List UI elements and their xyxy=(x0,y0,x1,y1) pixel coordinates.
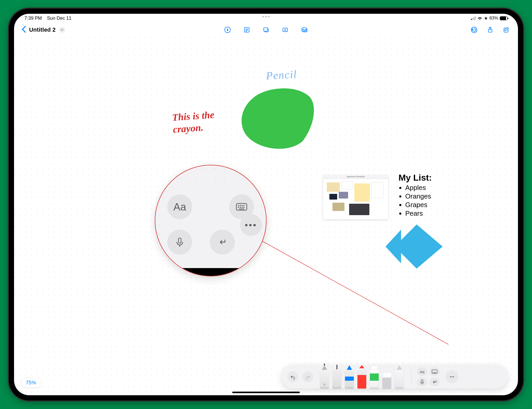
screen: 7:39 PM Sun Dec 11 ★ 83% Untitled 2 xyxy=(14,14,518,395)
handwriting-pencil-label[interactable]: Pencil xyxy=(266,68,297,82)
svg-rect-10 xyxy=(302,28,306,31)
minipad-return-button[interactable] xyxy=(429,378,440,386)
note-list: Apples Oranges Grapes Pears xyxy=(398,184,432,217)
svg-point-32 xyxy=(453,376,454,377)
embedded-thumbnail[interactable]: Japanese Breakfast xyxy=(323,175,388,219)
list-item: Oranges xyxy=(405,192,432,200)
svg-rect-21 xyxy=(238,207,239,208)
crayon-red-tool[interactable] xyxy=(357,369,366,388)
highlighter-green-tool[interactable] xyxy=(370,369,379,388)
toolbar-divider xyxy=(411,370,412,384)
status-right: ★ 83% xyxy=(471,16,508,21)
marker-blue-tool[interactable] xyxy=(345,369,354,388)
svg-rect-17 xyxy=(238,205,239,206)
svg-point-30 xyxy=(450,376,451,377)
undo-button[interactable] xyxy=(470,25,478,34)
app-toolbar: Untitled 2 A xyxy=(14,23,518,37)
battery-percent: 83% xyxy=(489,16,498,21)
blue-arrow-shape[interactable] xyxy=(383,224,443,269)
toolbar-undo-button[interactable] xyxy=(287,371,298,382)
text-note[interactable]: My List: Apples Oranges Grapes Pears xyxy=(398,173,432,218)
scribble-controls-magnified: Aa ••• xyxy=(155,165,267,276)
eraser-tool[interactable] xyxy=(382,373,391,388)
svg-rect-20 xyxy=(243,205,244,206)
green-filled-shape[interactable] xyxy=(237,84,318,152)
drawing-toolbar: A Aa xyxy=(282,365,508,388)
scribble-minipad: Aa xyxy=(417,367,440,386)
sticky-note-button[interactable] xyxy=(242,25,251,34)
pen-tool-button[interactable] xyxy=(223,25,232,34)
wifi-icon xyxy=(477,16,482,20)
minipad-keyboard-button[interactable] xyxy=(429,367,440,376)
multitask-indicator[interactable] xyxy=(262,16,270,17)
file-insert-button[interactable] xyxy=(262,25,270,34)
board-title[interactable]: Untitled 2 xyxy=(29,26,56,33)
more-button[interactable]: ••• xyxy=(240,214,262,236)
svg-rect-28 xyxy=(433,372,436,373)
zoom-indicator[interactable]: 75% xyxy=(22,378,40,387)
battery-icon xyxy=(500,16,508,20)
svg-rect-29 xyxy=(421,380,423,383)
dictation-button[interactable] xyxy=(167,230,192,255)
svg-rect-6 xyxy=(264,28,268,31)
share-button[interactable] xyxy=(486,25,495,34)
status-bar: 7:39 PM Sun Dec 11 ★ 83% xyxy=(14,14,518,23)
list-item: Grapes xyxy=(405,201,432,209)
tool-tray: A xyxy=(320,365,404,388)
svg-rect-25 xyxy=(239,209,244,209)
thumbnail-title: Japanese Breakfast xyxy=(323,175,388,179)
svg-rect-23 xyxy=(242,207,243,208)
ipad-frame: 7:39 PM Sun Dec 11 ★ 83% Untitled 2 xyxy=(9,9,523,400)
image-insert-button[interactable] xyxy=(300,25,309,34)
back-button[interactable] xyxy=(21,26,26,34)
status-date: Sun Dec 11 xyxy=(47,16,71,21)
title-menu-button[interactable] xyxy=(59,27,65,33)
svg-text:A: A xyxy=(284,28,287,32)
list-item: Pears xyxy=(405,209,432,217)
svg-rect-18 xyxy=(240,205,241,206)
toolbar-more-button[interactable] xyxy=(445,370,458,383)
scribble-pen-tool[interactable]: A xyxy=(320,369,329,388)
svg-rect-19 xyxy=(242,205,243,206)
status-left: 7:39 PM Sun Dec 11 xyxy=(24,16,71,21)
svg-rect-22 xyxy=(240,207,241,208)
handwriting-crayon-label[interactable]: This is the crayon. xyxy=(172,109,216,135)
toolbar-redo-button[interactable] xyxy=(302,371,313,382)
freeform-canvas[interactable]: Pencil This is the crayon. Japanese Brea… xyxy=(14,38,518,395)
return-button[interactable] xyxy=(210,230,235,255)
font-format-button[interactable]: Aa xyxy=(167,194,192,219)
svg-rect-24 xyxy=(243,207,244,208)
minipad-dictation-button[interactable] xyxy=(417,378,427,386)
text-box-button[interactable]: A xyxy=(281,25,290,34)
home-indicator[interactable] xyxy=(232,392,300,393)
compose-button[interactable] xyxy=(502,25,511,34)
svg-rect-26 xyxy=(178,238,181,243)
thumbnail-body xyxy=(323,179,388,219)
pen-tool[interactable] xyxy=(332,369,341,388)
minipad-font-button[interactable]: Aa xyxy=(417,367,427,376)
cellular-icon xyxy=(471,16,476,20)
orientation-lock-icon: ★ xyxy=(484,16,488,21)
status-time: 7:39 PM xyxy=(24,16,42,21)
svg-point-31 xyxy=(451,376,453,377)
note-title: My List: xyxy=(398,173,432,183)
list-item: Apples xyxy=(405,184,432,192)
lasso-tool[interactable] xyxy=(395,369,404,388)
